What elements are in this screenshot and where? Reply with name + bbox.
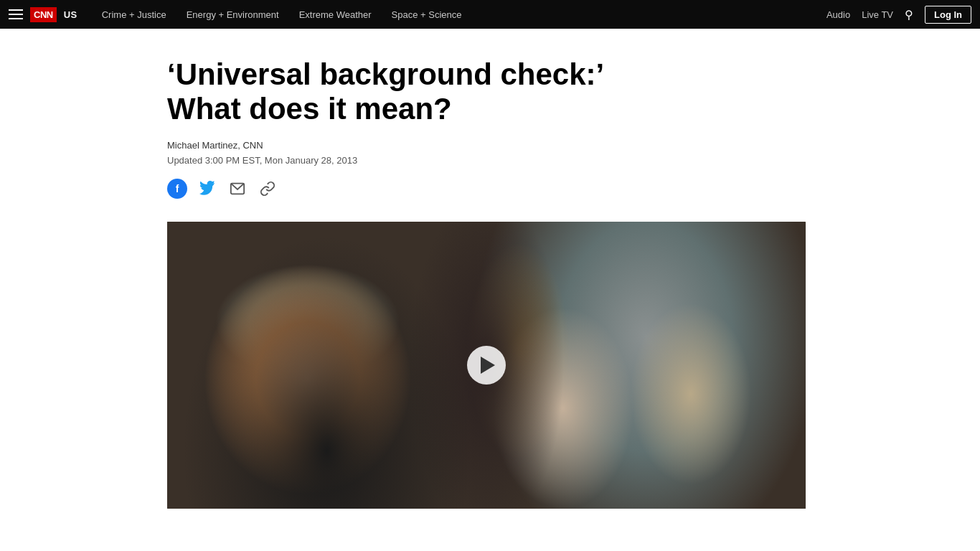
- live-tv-link[interactable]: Live TV: [862, 9, 893, 20]
- nav-right: Audio Live TV ⚲ Log In: [826, 6, 971, 24]
- nav-link-energy-environment[interactable]: Energy + Environment: [176, 0, 289, 29]
- facebook-share-button[interactable]: f: [167, 179, 187, 199]
- twitter-share-button[interactable]: [197, 179, 217, 199]
- audio-link[interactable]: Audio: [826, 9, 850, 20]
- nav-link-crime-justice[interactable]: Crime + Justice: [92, 0, 176, 29]
- email-icon: [230, 181, 245, 197]
- cnn-logo[interactable]: CNN: [30, 7, 57, 22]
- article-title: ‘Universal background check:’ What does …: [167, 57, 669, 127]
- hamburger-menu[interactable]: [9, 9, 23, 19]
- nav-link-space-science[interactable]: Space + Science: [382, 0, 472, 29]
- twitter-icon: [199, 181, 215, 197]
- copy-link-button[interactable]: [258, 179, 278, 199]
- article-date: Updated 3:00 PM EST, Mon January 28, 201…: [167, 155, 813, 166]
- nav-links: Crime + Justice Energy + Environment Ext…: [92, 0, 826, 29]
- facebook-icon: f: [176, 183, 179, 194]
- main-nav: CNN US Crime + Justice Energy + Environm…: [0, 0, 980, 29]
- email-share-button[interactable]: [227, 179, 248, 199]
- link-icon: [260, 181, 275, 197]
- play-button[interactable]: [467, 346, 506, 385]
- social-share-bar: f: [167, 179, 813, 199]
- search-icon[interactable]: ⚲: [905, 8, 913, 22]
- article-author: Michael Martinez, CNN: [167, 140, 813, 151]
- article-content: ‘Universal background check:’ What does …: [146, 29, 834, 537]
- video-thumbnail[interactable]: [167, 222, 806, 509]
- play-icon: [481, 357, 495, 374]
- nav-section[interactable]: US: [64, 9, 77, 20]
- nav-link-extreme-weather[interactable]: Extreme Weather: [289, 0, 382, 29]
- login-button[interactable]: Log In: [925, 6, 971, 24]
